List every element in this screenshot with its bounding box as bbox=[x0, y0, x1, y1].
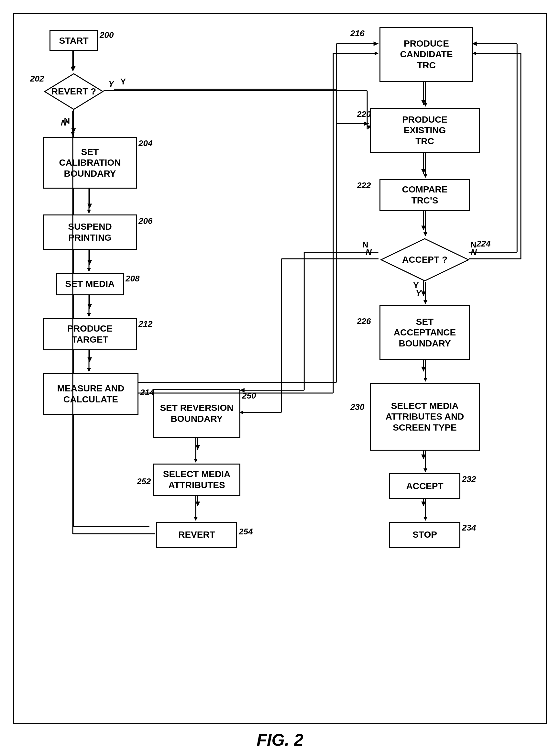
ref-212: 212 bbox=[138, 319, 153, 329]
ref-206: 206 bbox=[138, 216, 153, 226]
ref-232: 232 bbox=[462, 474, 476, 484]
compare-trc-box: COMPARE TRC'S bbox=[379, 179, 470, 211]
svg-text:Y: Y bbox=[120, 77, 126, 86]
diagram-container: N Y bbox=[13, 13, 547, 724]
svg-text:N: N bbox=[471, 240, 477, 249]
ref-224: 224 bbox=[477, 239, 491, 249]
svg-text:N: N bbox=[362, 240, 368, 249]
ref-254: 254 bbox=[239, 527, 253, 537]
svg-marker-23 bbox=[364, 122, 369, 126]
produce-target-box: PRODUCE TARGET bbox=[43, 318, 137, 350]
svg-marker-36 bbox=[421, 291, 426, 296]
svg-marker-25 bbox=[421, 169, 426, 174]
svg-marker-41 bbox=[421, 454, 426, 459]
ref-222: 222 bbox=[357, 181, 371, 190]
revert-diamond: REVERT ? bbox=[43, 72, 104, 111]
ref-234: 234 bbox=[462, 523, 476, 533]
svg-marker-27 bbox=[421, 225, 426, 230]
accept-box: ACCEPT bbox=[389, 473, 460, 499]
produce-candidate-box: PRODUCE CANDIDATE TRC bbox=[379, 27, 473, 82]
ref-204: 204 bbox=[138, 139, 153, 148]
ref-220: 220 bbox=[357, 109, 371, 119]
svg-marker-16 bbox=[374, 41, 379, 46]
ref-226: 226 bbox=[357, 316, 371, 326]
svg-marker-43 bbox=[421, 502, 426, 507]
svg-marker-1 bbox=[71, 66, 76, 70]
ref-230: 230 bbox=[351, 402, 364, 412]
set-acceptance-box: SET ACCEPTANCE BOUNDARY bbox=[379, 305, 470, 360]
revert-box: REVERT bbox=[156, 522, 237, 548]
svg-marker-39 bbox=[421, 367, 426, 372]
start-box: START bbox=[49, 30, 98, 51]
measure-calc-box: MEASURE AND CALCULATE bbox=[43, 373, 138, 415]
set-cal-boundary-box: SET CALIBRATION BOUNDARY bbox=[43, 137, 137, 189]
stop-box: STOP bbox=[389, 522, 460, 548]
set-reversion-box: SET REVERSION BOUNDARY bbox=[153, 389, 240, 438]
ref-252: 252 bbox=[137, 476, 151, 487]
set-media-box: SET MEDIA bbox=[56, 273, 124, 295]
figure-label: FIG. 2 bbox=[257, 730, 303, 750]
svg-marker-3 bbox=[71, 128, 76, 133]
svg-marker-12 bbox=[87, 357, 92, 362]
select-media-screen-box: SELECT MEDIA ATTRIBUTES AND SCREEN TYPE bbox=[370, 383, 480, 451]
svg-marker-48 bbox=[195, 445, 200, 450]
ref-200: 200 bbox=[100, 30, 114, 40]
ref-202: 202 bbox=[30, 74, 44, 84]
svg-marker-50 bbox=[195, 502, 200, 507]
select-media-attrs-box: SELECT MEDIA ATTRIBUTES bbox=[153, 464, 240, 496]
ref-214: 214 bbox=[140, 388, 154, 397]
svg-marker-10 bbox=[87, 304, 92, 309]
svg-marker-6 bbox=[87, 204, 92, 209]
produce-existing-box: PRODUCE EXISTING TRC bbox=[370, 108, 480, 153]
ref-250: 250 bbox=[242, 391, 256, 401]
svg-text:N: N bbox=[64, 117, 70, 125]
ref-216: 216 bbox=[351, 28, 364, 39]
suspend-printing-box: SUSPEND PRINTING bbox=[43, 214, 137, 250]
svg-marker-18 bbox=[421, 100, 426, 105]
ref-208: 208 bbox=[125, 274, 139, 284]
svg-marker-8 bbox=[87, 260, 92, 265]
accept-diamond: ACCEPT ? bbox=[379, 237, 470, 282]
